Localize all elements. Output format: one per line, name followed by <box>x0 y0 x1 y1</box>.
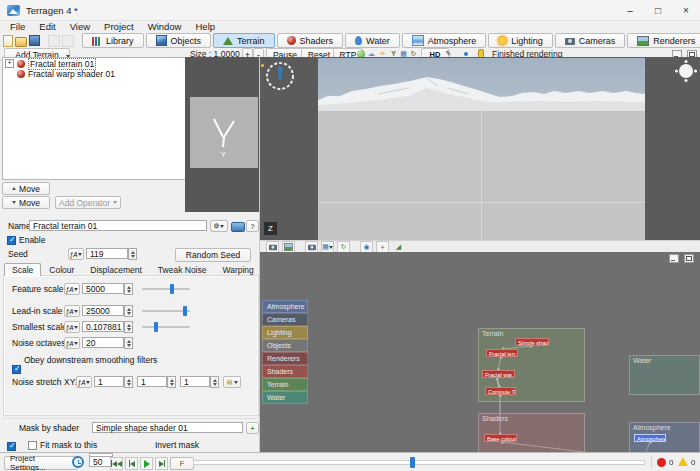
go-to-start-button[interactable] <box>110 457 123 470</box>
enable-checkbox[interactable] <box>7 236 16 245</box>
project-settings-button[interactable]: Project Settings... <box>4 456 78 470</box>
renderers-button[interactable]: Renderers <box>627 33 700 48</box>
noise-octaves-spinner[interactable] <box>124 337 133 349</box>
cameras-button[interactable]: Cameras <box>555 33 626 48</box>
category-cameras[interactable]: Cameras <box>262 313 308 326</box>
tree-row-fractal-terrain[interactable]: + Fractal terrain 01 <box>3 58 186 68</box>
shaders-button[interactable]: Shaders <box>277 33 344 48</box>
noise-stretch-y-field[interactable]: 1 <box>137 376 167 387</box>
save-project-icon[interactable] <box>29 34 40 47</box>
seed-fx-button[interactable]: ƒA <box>68 248 84 260</box>
obey-smoothing-checkbox[interactable] <box>12 365 21 374</box>
noise-stretch-x-field[interactable]: 1 <box>94 376 124 387</box>
mask-by-shader-checkbox[interactable] <box>7 442 16 451</box>
copy-values-button[interactable]: ▤ <box>223 376 241 388</box>
noise-stretch-x-spinner[interactable] <box>124 376 133 388</box>
tab-scale[interactable]: Scale <box>4 263 41 276</box>
minimize-button[interactable]: – <box>616 0 644 20</box>
category-atmosphere[interactable]: Atmosphere <box>262 300 308 313</box>
lighting-button[interactable]: Lighting <box>488 33 553 48</box>
next-frame-button[interactable] <box>155 457 168 470</box>
noise-stretch-fx-button[interactable]: ƒA <box>76 376 92 388</box>
timeline-playhead[interactable] <box>410 457 415 468</box>
terrain-button[interactable]: Terrain <box>213 33 275 48</box>
frame-render-icon[interactable]: F <box>170 457 194 470</box>
seed-field[interactable]: 119 <box>86 248 128 259</box>
clock-icon[interactable] <box>72 456 84 468</box>
feature-scale-spinner[interactable] <box>124 283 133 295</box>
lead-in-scale-spinner[interactable] <box>124 305 133 317</box>
menu-window[interactable]: Window <box>141 21 189 32</box>
feature-scale-field[interactable]: 5000 <box>82 283 124 294</box>
compass-widget[interactable] <box>264 60 296 92</box>
node-atmosphere-selected[interactable]: Atmosphere... <box>634 434 666 442</box>
new-project-icon[interactable] <box>3 34 13 47</box>
library-button[interactable]: Library <box>82 33 144 48</box>
fit-mask-checkbox[interactable] <box>28 441 37 450</box>
node-network-pane[interactable]: Atmosphere Cameras Lighting Objects Rend… <box>260 252 700 452</box>
water-button[interactable]: Water <box>345 33 400 48</box>
menu-edit[interactable]: Edit <box>32 21 62 32</box>
menu-file[interactable]: File <box>3 21 32 32</box>
slider-thumb[interactable] <box>154 322 158 332</box>
seed-spinner[interactable] <box>128 248 137 260</box>
node-fractal-warp-shader[interactable]: Fractal war... <box>482 370 515 378</box>
category-objects[interactable]: Objects <box>262 339 308 352</box>
atmosphere-button[interactable]: Atmosphere <box>402 33 487 48</box>
random-seed-button[interactable]: Random Seed <box>175 248 251 262</box>
lead-in-scale-fx-button[interactable]: ƒA <box>64 305 80 317</box>
noise-octaves-field[interactable]: 20 <box>82 337 124 348</box>
menu-view[interactable]: View <box>63 21 97 32</box>
mask-shader-field[interactable]: Simple shape shader 01 <box>92 422 243 433</box>
noise-octaves-fx-button[interactable]: ƒA <box>64 337 80 349</box>
category-water[interactable]: Water <box>262 391 308 404</box>
play-button[interactable] <box>140 457 153 470</box>
close-button[interactable]: × <box>672 0 700 20</box>
gear-menu-button[interactable]: ⚙ <box>210 220 228 232</box>
name-field[interactable]: Fractal terrain 01 <box>29 220 207 231</box>
menu-project[interactable]: Project <box>97 21 141 32</box>
category-shaders[interactable]: Shaders <box>262 365 308 378</box>
smallest-scale-spinner[interactable] <box>124 321 133 333</box>
smallest-scale-slider[interactable] <box>142 321 190 333</box>
slider-thumb[interactable] <box>170 284 174 294</box>
menu-help[interactable]: Help <box>188 21 222 32</box>
timeline-track[interactable] <box>193 460 645 465</box>
node-fractal-terrain[interactable]: Fractal terr... <box>486 349 518 357</box>
move-down-button[interactable]: Move <box>2 196 50 209</box>
noise-stretch-z-spinner[interactable] <box>210 376 219 388</box>
rendered-view[interactable] <box>318 58 645 240</box>
feature-scale-fx-button[interactable]: ƒA <box>64 283 80 295</box>
preview-toggle-icon[interactable] <box>231 222 245 232</box>
maximize-button[interactable]: □ <box>644 0 672 20</box>
help-button[interactable]: ? <box>246 220 259 232</box>
add-mask-shader-button[interactable]: + <box>246 422 259 434</box>
category-terrain[interactable]: Terrain <box>262 378 308 391</box>
lead-in-scale-slider[interactable] <box>142 305 190 317</box>
group-water[interactable]: Water <box>629 355 700 395</box>
category-renderers[interactable]: Renderers <box>262 352 308 365</box>
tree-row-fractal-warp[interactable]: Fractal warp shader 01 <box>3 68 186 78</box>
previous-frame-button[interactable] <box>125 457 138 470</box>
expand-icon[interactable]: + <box>5 59 14 68</box>
open-project-icon[interactable] <box>15 34 27 47</box>
add-operator-button[interactable]: Add Operator <box>55 196 121 209</box>
smallest-scale-fx-button[interactable]: ƒA <box>64 321 80 333</box>
lead-in-scale-field[interactable]: 25000 <box>82 305 124 316</box>
redo-icon[interactable] <box>62 34 74 47</box>
tree-item-label[interactable]: Fractal warp shader 01 <box>28 69 115 79</box>
objects-button[interactable]: Objects <box>146 33 212 48</box>
slider-thumb[interactable] <box>183 306 187 316</box>
smallest-scale-field[interactable]: 0.107881 <box>82 321 124 332</box>
group-shaders[interactable]: Shaders <box>478 413 585 452</box>
pane-maximize-icon[interactable] <box>684 254 694 263</box>
3d-preview-viewport[interactable]: Z <box>260 57 700 240</box>
node-simple-shape-shader[interactable]: Simple shap... <box>515 338 549 346</box>
node-base-colours[interactable]: Base colour... <box>484 434 517 442</box>
move-up-button[interactable]: Move <box>2 182 50 195</box>
noise-stretch-z-field[interactable]: 1 <box>180 376 210 387</box>
pane-minimize-icon[interactable] <box>669 254 679 263</box>
noise-stretch-y-spinner[interactable] <box>167 376 176 388</box>
feature-scale-slider[interactable] <box>142 283 190 295</box>
undo-icon[interactable] <box>48 34 60 47</box>
